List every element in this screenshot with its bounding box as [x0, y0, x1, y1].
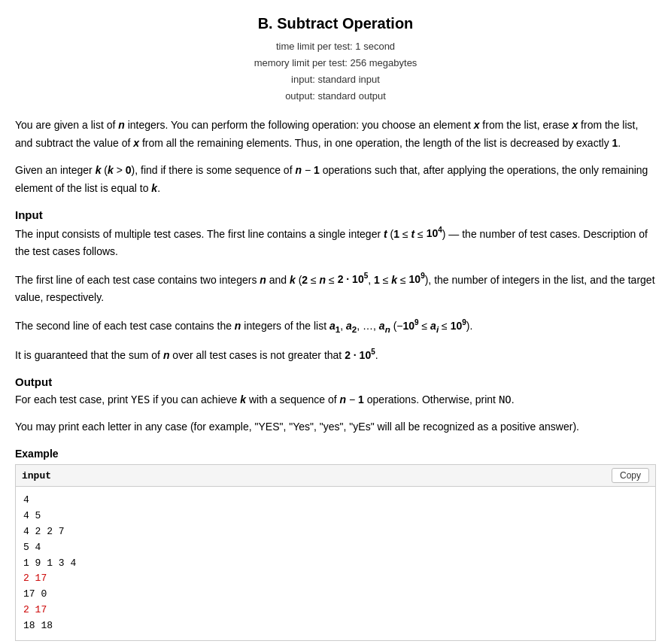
meta-info: time limit per test: 1 second memory lim…	[15, 38, 656, 105]
input-code-content: 4 4 5 4 2 2 7 5 4 1 9 1 3 4 2 17 17 0 2 …	[16, 487, 655, 639]
input-code-box: input Copy 4 4 5 4 2 2 7 5 4 1 9 1 3 4 2…	[15, 464, 656, 640]
output-para-2: You may print each letter in any case (f…	[15, 418, 656, 436]
page-title: B. Subtract Operation	[15, 15, 656, 32]
intro-paragraph-2: Given an integer k (k > 0), find if ther…	[15, 162, 656, 198]
output-heading: Output	[15, 375, 656, 388]
input-para-4: It is guaranteed that the sum of n over …	[15, 345, 656, 364]
input-type: input: standard input	[15, 71, 656, 88]
output-para-1: For each test case, print YES if you can…	[15, 391, 656, 409]
input-para-1: The input consists of multiple test case…	[15, 224, 656, 261]
time-limit: time limit per test: 1 second	[15, 38, 656, 55]
input-para-3: The second line of each test case contai…	[15, 316, 656, 336]
intro-paragraph-1: You are given a list of n integers. You …	[15, 117, 656, 153]
example-label: Example	[15, 448, 656, 460]
input-code-header: input Copy	[16, 465, 655, 487]
copy-input-button[interactable]: Copy	[612, 468, 649, 483]
output-type: output: standard output	[15, 88, 656, 105]
input-heading: Input	[15, 208, 656, 221]
input-para-2: The first line of each test case contain…	[15, 270, 656, 307]
input-box-label: input	[22, 470, 51, 481]
memory-limit: memory limit per test: 256 megabytes	[15, 55, 656, 71]
